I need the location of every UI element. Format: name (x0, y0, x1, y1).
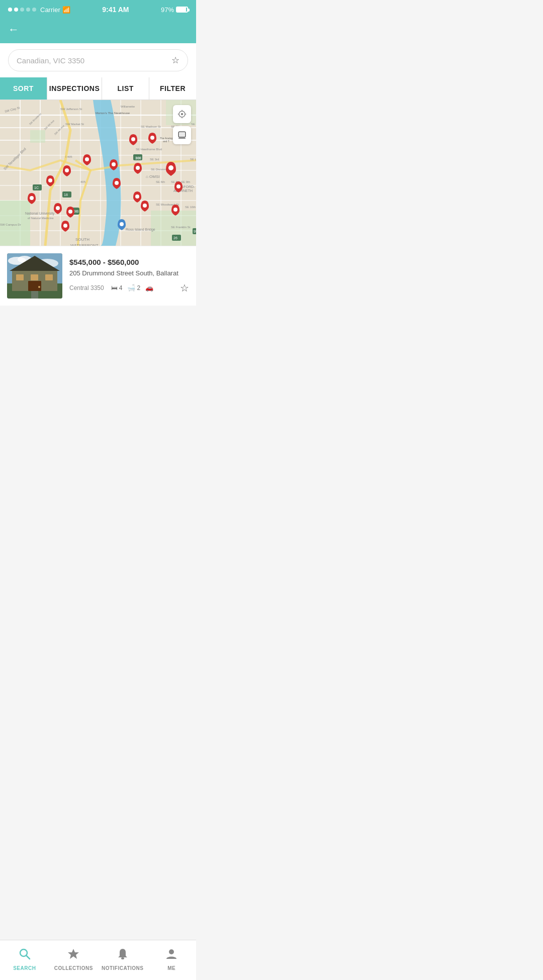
svg-rect-124 (16, 274, 24, 280)
svg-text:Willamette: Willamette (121, 105, 135, 108)
baths-info: 🛁 2 (127, 284, 140, 291)
svg-rect-22 (30, 130, 45, 143)
svg-text:SW Jefferson St: SW Jefferson St (60, 108, 82, 111)
nav-header: ← (0, 18, 196, 43)
map-svg: SW Clay St SW Jefferson St Willamette SW… (0, 100, 196, 246)
svg-point-81 (65, 168, 69, 172)
svg-text:⌂ OMSI: ⌂ OMSI (146, 174, 160, 179)
svg-text:SE 3rd: SE 3rd (150, 158, 159, 161)
car-info: 🚗 (145, 284, 153, 291)
svg-text:SW Market St: SW Market St (65, 123, 84, 126)
bath-icon: 🛁 (127, 284, 135, 291)
svg-text:SW Campus Dr: SW Campus Dr (0, 223, 21, 226)
svg-text:I-405: I-405 (65, 155, 72, 158)
svg-rect-115 (179, 133, 185, 137)
signal-area: Carrier 📶 (8, 6, 70, 14)
svg-text:300: 300 (135, 156, 141, 160)
sort-button[interactable]: SORT (0, 77, 47, 100)
svg-point-91 (176, 184, 180, 188)
carrier-label: Carrier (40, 6, 60, 14)
map-view[interactable]: SW Clay St SW Jefferson St Willamette SW… (0, 100, 196, 246)
svg-text:SE 1: SE 1 (191, 123, 196, 126)
price-range: $545,000 - $560,000 (69, 258, 189, 266)
svg-text:SE Madison St: SE Madison St (141, 125, 161, 128)
svg-point-99 (68, 210, 72, 214)
svg-point-109 (181, 113, 184, 116)
svg-rect-125 (31, 274, 38, 280)
svg-rect-127 (28, 281, 41, 291)
layers-button[interactable] (173, 126, 191, 144)
svg-point-75 (150, 136, 154, 140)
search-favorite-icon[interactable]: ☆ (171, 55, 179, 66)
toolbar: SORT INSPECTIONS LIST FILTER (0, 77, 196, 100)
svg-text:18: 18 (64, 193, 68, 197)
svg-text:Morton's The Steakhouse: Morton's The Steakhouse (96, 112, 130, 115)
svg-text:WATERFRONT: WATERFRONT (70, 243, 99, 246)
property-address: 205 Drummond Street South, Ballarat (69, 269, 189, 278)
svg-point-103 (173, 208, 177, 212)
back-button[interactable]: ← (8, 23, 19, 36)
svg-text:and T: and T (163, 140, 169, 143)
inspections-button[interactable]: INSPECTIONS (47, 77, 102, 100)
suburb-label: Central 3350 (69, 284, 104, 291)
status-bar: Carrier 📶 9:41 AM 97% (0, 0, 196, 18)
property-meta: Central 3350 🛏 4 🛁 2 🚗 ☆ (69, 282, 189, 294)
locate-button[interactable] (173, 105, 191, 123)
svg-point-95 (135, 194, 139, 199)
property-favorite-button[interactable]: ☆ (180, 282, 189, 294)
svg-text:1C: 1C (34, 186, 39, 189)
property-info: $545,000 - $560,000 205 Drummond Street … (69, 258, 189, 294)
signal-dot-4 (26, 8, 30, 12)
beds-info: 🛏 4 (111, 284, 123, 291)
search-section: Canadian, VIC 3350 ☆ (0, 43, 196, 77)
svg-point-128 (38, 286, 40, 288)
svg-text:SE 9th: SE 9th (181, 180, 190, 183)
svg-point-93 (30, 196, 34, 200)
baths-count: 2 (137, 284, 140, 291)
svg-point-97 (56, 206, 60, 210)
svg-text:99: 99 (194, 230, 196, 233)
svg-point-105 (120, 222, 124, 226)
signal-dot-5 (32, 8, 36, 12)
svg-text:SE Franklin St: SE Franklin St (171, 226, 191, 229)
signal-dot-2 (14, 8, 18, 12)
svg-point-89 (115, 181, 119, 185)
battery-icon (176, 7, 188, 13)
property-image (7, 253, 62, 299)
svg-text:Ross Island Bridge: Ross Island Bridge (126, 228, 155, 232)
svg-point-73 (131, 137, 135, 141)
filter-button[interactable]: FILTER (149, 77, 196, 100)
map-controls (173, 105, 191, 144)
svg-text:SE 6th: SE 6th (156, 180, 165, 183)
svg-point-85 (168, 165, 173, 170)
svg-text:SE L: SE L (190, 158, 196, 161)
battery-percent: 97% (161, 6, 174, 14)
svg-text:SOUTH: SOUTH (75, 237, 89, 242)
battery-area: 97% (161, 6, 188, 14)
svg-point-107 (63, 224, 67, 228)
svg-text:26: 26 (173, 236, 177, 240)
svg-point-87 (48, 178, 52, 182)
signal-dot-3 (20, 8, 24, 12)
svg-point-77 (85, 157, 89, 161)
bed-icon: 🛏 (111, 284, 118, 291)
wifi-icon: 📶 (62, 6, 70, 14)
svg-text:SE Hawthorne Blvd: SE Hawthorne Blvd (136, 148, 162, 151)
property-card[interactable]: $545,000 - $560,000 205 Drummond Street … (0, 246, 196, 306)
search-bar[interactable]: Canadian, VIC 3350 ☆ (8, 49, 188, 71)
svg-rect-129 (31, 291, 38, 299)
list-button[interactable]: LIST (102, 77, 149, 100)
svg-rect-126 (45, 274, 53, 280)
beds-count: 4 (119, 284, 123, 291)
svg-point-101 (143, 204, 147, 208)
signal-dot-1 (8, 8, 12, 12)
svg-text:National University: National University (25, 212, 55, 216)
car-icon: 🚗 (145, 284, 153, 291)
clock: 9:41 AM (102, 6, 129, 14)
search-placeholder: Canadian, VIC 3350 (17, 56, 84, 65)
svg-point-79 (112, 162, 116, 166)
svg-text:SE 10th: SE 10th (185, 206, 196, 209)
svg-text:of Natural Medicine: of Natural Medicine (28, 217, 54, 220)
svg-text:405: 405 (80, 180, 86, 183)
svg-point-83 (136, 166, 140, 170)
